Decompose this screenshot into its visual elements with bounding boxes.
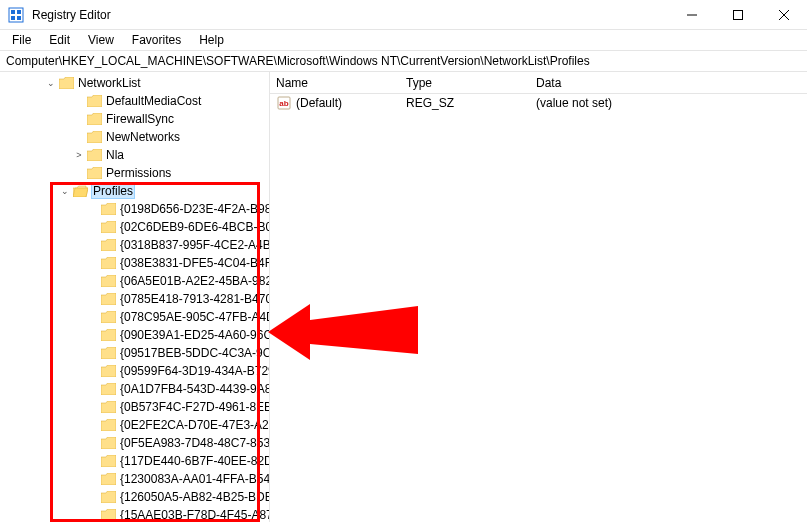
value-data: (value not set) bbox=[530, 96, 807, 110]
svg-text:ab: ab bbox=[279, 99, 288, 108]
tree-item-profile-guid[interactable]: {126050A5-AB82-4B25-BDB bbox=[0, 488, 269, 506]
expander-none bbox=[86, 274, 100, 288]
tree-label: {06A5E01B-A2E2-45BA-9824 bbox=[120, 274, 269, 288]
tree-item-profile-guid[interactable]: {0A1D7FB4-543D-4439-9A88 bbox=[0, 380, 269, 398]
expander-none bbox=[86, 328, 100, 342]
tree-item-profiles[interactable]: ⌄ Profiles bbox=[0, 182, 269, 200]
tree-label: {15AAE03B-F78D-4F45-A870 bbox=[120, 508, 269, 522]
folder-icon bbox=[86, 166, 102, 180]
tree-item[interactable]: FirewallSync bbox=[0, 110, 269, 128]
list-row[interactable]: ab(Default)REG_SZ(value not set) bbox=[270, 94, 807, 112]
folder-icon bbox=[100, 328, 116, 342]
folder-icon bbox=[100, 436, 116, 450]
address-bar[interactable]: Computer\HKEY_LOCAL_MACHINE\SOFTWARE\Mic… bbox=[0, 50, 807, 72]
tree-item-profile-guid[interactable]: {1230083A-AA01-4FFA-B549 bbox=[0, 470, 269, 488]
chevron-down-icon[interactable]: ⌄ bbox=[58, 184, 72, 198]
tree-label: Permissions bbox=[106, 166, 171, 180]
tree-label: {0198D656-D23E-4F2A-B988 bbox=[120, 202, 269, 216]
chevron-right-icon[interactable] bbox=[72, 130, 86, 144]
menu-help[interactable]: Help bbox=[191, 31, 232, 49]
col-header-data[interactable]: Data bbox=[530, 72, 807, 93]
menu-favorites[interactable]: Favorites bbox=[124, 31, 189, 49]
folder-icon bbox=[100, 364, 116, 378]
tree-label: {0A1D7FB4-543D-4439-9A88 bbox=[120, 382, 269, 396]
expander-none bbox=[86, 400, 100, 414]
folder-icon bbox=[100, 274, 116, 288]
expander-none bbox=[86, 490, 100, 504]
folder-icon bbox=[86, 112, 102, 126]
address-text: Computer\HKEY_LOCAL_MACHINE\SOFTWARE\Mic… bbox=[6, 54, 590, 68]
tree-item-profile-guid[interactable]: {0E2FE2CA-D70E-47E3-A261 bbox=[0, 416, 269, 434]
svg-rect-3 bbox=[11, 16, 15, 20]
expander-none bbox=[86, 310, 100, 324]
folder-icon bbox=[100, 454, 116, 468]
tree-item-profile-guid[interactable]: {038E3831-DFE5-4C04-B4FB bbox=[0, 254, 269, 272]
minimize-button[interactable] bbox=[669, 0, 715, 29]
tree-item-profile-guid[interactable]: {0785E418-7913-4281-B470- bbox=[0, 290, 269, 308]
folder-icon bbox=[100, 202, 116, 216]
menu-file[interactable]: File bbox=[4, 31, 39, 49]
menu-edit[interactable]: Edit bbox=[41, 31, 78, 49]
tree-pane[interactable]: ⌄ NetworkList DefaultMediaCostFirewallSy… bbox=[0, 72, 270, 522]
tree-label: {126050A5-AB82-4B25-BDB bbox=[120, 490, 269, 504]
tree-item-profile-guid[interactable]: {15AAE03B-F78D-4F45-A870 bbox=[0, 506, 269, 522]
tree-item-profile-guid[interactable]: {078C95AE-905C-47FB-A4D bbox=[0, 308, 269, 326]
tree-item-profile-guid[interactable]: {06A5E01B-A2E2-45BA-9824 bbox=[0, 272, 269, 290]
chevron-down-icon[interactable]: ⌄ bbox=[44, 76, 58, 90]
chevron-right-icon[interactable] bbox=[72, 166, 86, 180]
folder-icon bbox=[100, 490, 116, 504]
string-value-icon: ab bbox=[276, 95, 292, 111]
folder-icon bbox=[86, 94, 102, 108]
tree-item[interactable]: Permissions bbox=[0, 164, 269, 182]
expander-none bbox=[86, 454, 100, 468]
chevron-right-icon[interactable] bbox=[72, 112, 86, 126]
tree-item[interactable]: NewNetworks bbox=[0, 128, 269, 146]
content-area: ⌄ NetworkList DefaultMediaCostFirewallSy… bbox=[0, 72, 807, 522]
col-header-name[interactable]: Name bbox=[270, 72, 400, 93]
tree-item[interactable]: >Nla bbox=[0, 146, 269, 164]
svg-rect-6 bbox=[734, 10, 743, 19]
svg-rect-4 bbox=[17, 16, 21, 20]
folder-icon bbox=[100, 220, 116, 234]
tree-label: {1230083A-AA01-4FFA-B549 bbox=[120, 472, 269, 486]
tree-item-profile-guid[interactable]: {090E39A1-ED25-4A60-96C0 bbox=[0, 326, 269, 344]
tree-item-profile-guid[interactable]: {09517BEB-5DDC-4C3A-9C3 bbox=[0, 344, 269, 362]
window-title: Registry Editor bbox=[32, 8, 111, 22]
tree-item-profile-guid[interactable]: {09599F64-3D19-434A-B729 bbox=[0, 362, 269, 380]
maximize-button[interactable] bbox=[715, 0, 761, 29]
tree-item-profile-guid[interactable]: {0B573F4C-F27D-4961-8EB3 bbox=[0, 398, 269, 416]
menu-view[interactable]: View bbox=[80, 31, 122, 49]
folder-icon bbox=[100, 400, 116, 414]
tree-item-profile-guid[interactable]: {0F5EA983-7D48-48C7-8531 bbox=[0, 434, 269, 452]
tree-label: {0E2FE2CA-D70E-47E3-A261 bbox=[120, 418, 269, 432]
close-button[interactable] bbox=[761, 0, 807, 29]
tree-label: {078C95AE-905C-47FB-A4D bbox=[120, 310, 269, 324]
chevron-right-icon[interactable] bbox=[72, 94, 86, 108]
chevron-right-icon[interactable]: > bbox=[72, 148, 86, 162]
tree-item-profile-guid[interactable]: {02C6DEB9-6DE6-4BCB-B0D bbox=[0, 218, 269, 236]
tree-item-profile-guid[interactable]: {117DE440-6B7F-40EE-82D4 bbox=[0, 452, 269, 470]
folder-icon bbox=[58, 76, 74, 90]
list-header: Name Type Data bbox=[270, 72, 807, 94]
folder-icon bbox=[100, 346, 116, 360]
value-type: REG_SZ bbox=[400, 96, 530, 110]
folder-icon bbox=[100, 238, 116, 252]
titlebar: Registry Editor bbox=[0, 0, 807, 30]
expander-none bbox=[86, 292, 100, 306]
folder-icon bbox=[100, 310, 116, 324]
expander-none bbox=[86, 238, 100, 252]
tree-label: {0318B837-995F-4CE2-A4BA bbox=[120, 238, 269, 252]
list-pane[interactable]: Name Type Data ab(Default)REG_SZ(value n… bbox=[270, 72, 807, 522]
svg-rect-2 bbox=[17, 10, 21, 14]
tree-item-profile-guid[interactable]: {0198D656-D23E-4F2A-B988 bbox=[0, 200, 269, 218]
expander-none bbox=[86, 202, 100, 216]
folder-icon bbox=[86, 130, 102, 144]
tree-item-networklist[interactable]: ⌄ NetworkList bbox=[0, 74, 269, 92]
tree-item-profile-guid[interactable]: {0318B837-995F-4CE2-A4BA bbox=[0, 236, 269, 254]
col-header-type[interactable]: Type bbox=[400, 72, 530, 93]
tree-item[interactable]: DefaultMediaCost bbox=[0, 92, 269, 110]
tree-label: Nla bbox=[106, 148, 124, 162]
regedit-icon bbox=[8, 7, 24, 23]
folder-icon bbox=[86, 148, 102, 162]
expander-none bbox=[86, 508, 100, 522]
